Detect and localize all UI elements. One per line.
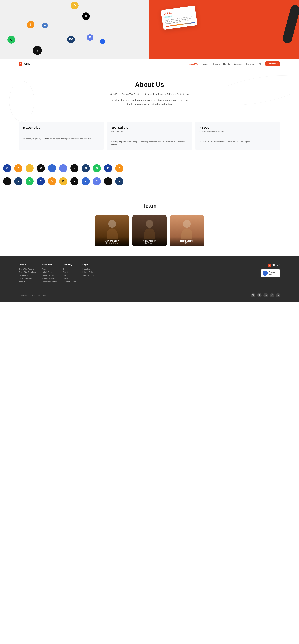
footer: Product Crypto Tax Reports Crypto Tax Ca… xyxy=(0,256,299,302)
footer-item[interactable]: Careers xyxy=(63,274,76,276)
hero-card: 3LINE www.3line.io 3LINE is a crypto sup… xyxy=(161,6,197,30)
instagram-icon[interactable] xyxy=(251,293,256,298)
team-card-rami: Rami Steine CTO xyxy=(170,215,204,246)
nav-link-faq[interactable]: FAQ xyxy=(258,63,262,65)
footer-item[interactable]: Crypto Tax Guide xyxy=(42,274,57,276)
nav-item-faq[interactable]: FAQ xyxy=(258,62,262,65)
ticker-icon: ↑ xyxy=(104,177,112,186)
linkedin-icon[interactable] xyxy=(264,293,268,298)
inch-badge-icon: 1 xyxy=(263,271,268,276)
nav-item-about[interactable]: About Us xyxy=(190,62,198,65)
nav-item-reviews[interactable]: Reviews xyxy=(246,62,254,65)
nav-link-reviews[interactable]: Reviews xyxy=(246,63,254,65)
nav-link-howto[interactable]: How To xyxy=(223,63,230,65)
footer-logo: 3LINE xyxy=(268,264,280,267)
footer-item[interactable]: For Accountants xyxy=(19,278,36,279)
about-desc2: by calculating your cryptocurrency taxes… xyxy=(109,98,190,106)
footer-col-resources: Resources Pricing Help & Support Crypto … xyxy=(42,264,57,284)
nav-item-howto[interactable]: How To xyxy=(223,62,230,65)
team-card-jeff: Jeff Monson Creative Director xyxy=(95,215,129,246)
card-url: www.3line.io xyxy=(164,16,172,18)
footer-item[interactable]: Crypto Tax Calculator xyxy=(19,271,36,273)
ticker-icon: C xyxy=(3,164,11,172)
social-links xyxy=(251,293,280,298)
stats-section: 5 Countries It was easy to sync my accou… xyxy=(0,115,299,156)
svg-point-3 xyxy=(253,295,254,296)
nav-logo[interactable]: 3LINE xyxy=(19,62,30,66)
footer-item[interactable]: Exchanges xyxy=(19,274,36,276)
ticker-icon: C xyxy=(104,164,112,172)
footer-item[interactable]: About xyxy=(63,271,76,273)
nav-item-features[interactable]: Features xyxy=(202,62,210,65)
team-role-alan: Co-Founder xyxy=(135,242,164,244)
cro-icon: C xyxy=(100,39,105,44)
stat-desc-0: It was easy to sync my accounts, the tax… xyxy=(23,137,100,140)
footer-logo-col: 3LINE 1 Supported by INCH xyxy=(260,264,280,284)
footer-item[interactable]: Blog xyxy=(63,268,76,270)
facebook-icon[interactable] xyxy=(270,293,274,298)
nav-link-about[interactable]: About Us xyxy=(190,63,198,65)
footer-item[interactable]: Privacy Policy xyxy=(82,271,96,273)
footer-logo-icon xyxy=(268,264,272,267)
nav-link-countries[interactable]: Countries xyxy=(234,63,242,65)
stat-number-1: 300 Wallets xyxy=(111,126,188,130)
inch-badge-text: Supported by INCH xyxy=(269,271,278,276)
ticker-row-1: C₿B✕·Ξ↑⊞GC₿ xyxy=(0,163,299,174)
footer-heading-product: Product xyxy=(19,264,36,266)
nav-link-benefit[interactable]: Benefit xyxy=(213,63,220,65)
footer-col-product: Product Crypto Tax Reports Crypto Tax Ca… xyxy=(19,264,36,284)
phone-shape xyxy=(282,4,299,44)
footer-item[interactable]: Tax Accountants xyxy=(42,278,57,279)
inch-supported-label: Supported by xyxy=(269,271,278,273)
twitter-icon[interactable] xyxy=(257,293,262,298)
ticker-icon: Ξ xyxy=(59,164,67,172)
stat-number-2: >8 000 xyxy=(200,126,276,130)
get-started-button[interactable]: Get started xyxy=(265,61,280,66)
team-card-alan: Alan Parson Co-Founder xyxy=(132,215,167,246)
footer-item[interactable]: Disclaimer xyxy=(82,268,96,270)
about-section: About Us 3LINE is a Crypto Tax Service t… xyxy=(0,68,299,115)
logo-icon xyxy=(19,62,22,66)
footer-item[interactable]: Pricing xyxy=(42,268,57,270)
ada-icon: ✦ xyxy=(42,22,48,28)
ticker-row-2: ↑⊞GC₿B✕·Ξ↑⊞ xyxy=(0,176,299,187)
team-name-alan: Alan Parson xyxy=(135,240,164,242)
stat-card-2: >8 000 Cryptocurrencies & Tokens of our … xyxy=(195,122,280,150)
team-role-rami: CTO xyxy=(172,242,202,244)
upload-icon: ↑ xyxy=(33,46,42,55)
card-logo: 3LINE xyxy=(164,8,193,16)
nav-links: About Us Features Benefit How To Countri… xyxy=(190,62,262,65)
green-icon: G xyxy=(8,36,15,44)
ticker-icon: B xyxy=(26,164,34,172)
team-heading: Team xyxy=(19,202,280,209)
footer-item[interactable]: Affiliate Program xyxy=(63,280,76,282)
footer-list-legal: Disclaimer Privacy Policy Terms of Servi… xyxy=(82,268,96,276)
stat-card-1: 300 Wallets & Exchanges Geo-targeting ad… xyxy=(107,122,192,150)
footer-item[interactable]: Community Forum xyxy=(42,280,57,282)
footer-col-legal: Legal Disclaimer Privacy Policy Terms of… xyxy=(82,264,96,284)
footer-item[interactable]: Feedback xyxy=(19,280,36,282)
team-name-rami: Rami Steine xyxy=(172,240,202,242)
footer-item[interactable]: Help & Support xyxy=(42,271,57,273)
ticker-icon: ₿ xyxy=(115,164,123,172)
telegram-icon[interactable] xyxy=(276,293,280,298)
ticker-section: C₿B✕·Ξ↑⊞GC₿ ↑⊞GC₿B✕·Ξ↑⊞ xyxy=(0,156,299,193)
footer-item[interactable]: Terms of Service xyxy=(82,274,96,276)
ticker-icon: B xyxy=(59,177,67,186)
nav-item-benefit[interactable]: Benefit xyxy=(213,62,220,65)
stat-desc-1: Geo-targeting ads, by safelisting or bla… xyxy=(111,140,188,146)
ticker-icon: ⊞ xyxy=(115,177,123,186)
footer-copyright: Copyright © 1990-2022 3line Finance Ltd xyxy=(19,294,50,296)
stat-number-0: 5 Countries xyxy=(23,126,100,130)
about-desc1: 3LINE is a Crypto Tax Service that Helps… xyxy=(109,92,190,96)
nav-item-countries[interactable]: Countries xyxy=(234,62,242,65)
nav-link-features[interactable]: Features xyxy=(202,63,210,65)
stat-sub-2: Cryptocurrencies & Tokens xyxy=(200,130,276,132)
footer-item[interactable]: Crypto Tax Reports xyxy=(19,268,36,270)
logo-text: 3LINE xyxy=(23,62,30,65)
footer-col-company: Company Blog About Careers Hiring Affili… xyxy=(63,264,76,284)
footer-item[interactable]: Hiring xyxy=(63,278,76,279)
footer-heading-legal: Legal xyxy=(82,264,96,266)
stat-desc-2: of our users have a household income of … xyxy=(200,140,276,143)
footer-list-resources: Pricing Help & Support Crypto Tax Guide … xyxy=(42,268,57,282)
